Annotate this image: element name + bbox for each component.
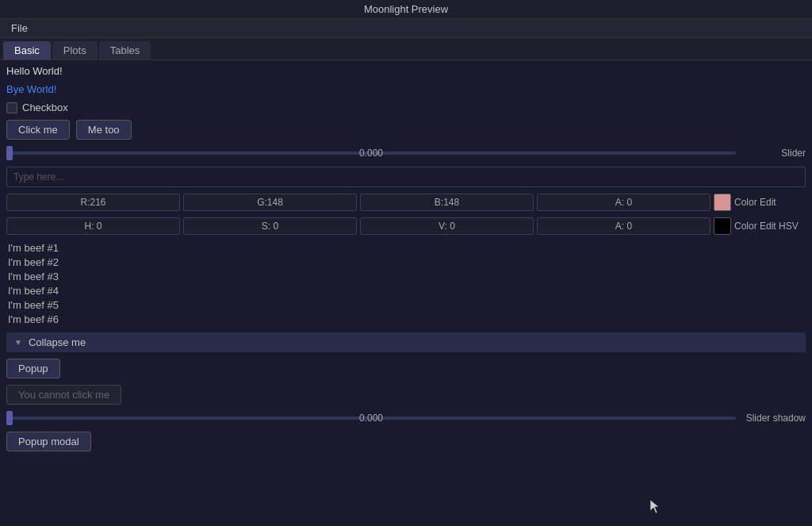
slider2-value: 0.000 <box>347 413 395 424</box>
beef-list: I'm beef #1 I'm beef #2 I'm beef #3 I'm … <box>6 241 806 326</box>
list-item: I'm beef #1 <box>6 241 806 255</box>
color-v-field[interactable]: V: 0 <box>360 217 534 235</box>
menu-file[interactable]: File <box>6 21 33 36</box>
popup-button[interactable]: Popup <box>6 359 60 378</box>
hello-world-text: Hello World! <box>6 65 806 77</box>
tab-tables[interactable]: Tables <box>99 41 151 60</box>
tab-plots[interactable]: Plots <box>52 41 98 60</box>
bye-world-text[interactable]: Bye World! <box>6 83 806 95</box>
color-edit-hsv-row: H: 0 S: 0 V: 0 A: 0 Color Edit HSV <box>6 217 806 235</box>
click-me-button[interactable]: Click me <box>6 120 70 140</box>
list-item: I'm beef #5 <box>6 298 806 312</box>
slider2-thumb[interactable] <box>6 411 13 425</box>
menu-bar: File <box>0 19 812 38</box>
list-item: I'm beef #4 <box>6 284 806 298</box>
slider1-value: 0.000 <box>347 148 395 159</box>
color-a-field[interactable]: A: 0 <box>537 194 710 211</box>
color-edit-hsv-swatch[interactable] <box>714 217 731 235</box>
collapse-arrow-icon: ▼ <box>14 338 22 347</box>
slider1-label: Slider <box>742 148 806 159</box>
text-input-field[interactable] <box>6 167 806 187</box>
list-item: I'm beef #6 <box>6 313 806 326</box>
color-b-field[interactable]: B:148 <box>360 194 534 211</box>
popup-modal-row: Popup modal <box>6 432 806 451</box>
app-title: Moonlight Preview <box>364 3 448 15</box>
checkbox-input[interactable] <box>6 102 17 113</box>
color-s-field[interactable]: S: 0 <box>183 217 357 235</box>
collapse-label: Collapse me <box>29 336 86 348</box>
color-edit-hsv-label: Color Edit HSV <box>734 221 806 232</box>
slider1-thumb[interactable] <box>6 146 13 160</box>
button-row: Click me Me too <box>6 120 806 140</box>
checkbox-label: Checkbox <box>22 102 68 113</box>
tab-basic[interactable]: Basic <box>3 41 51 60</box>
disabled-button: You cannot click me <box>6 385 121 405</box>
checkbox-row: Checkbox <box>6 102 806 113</box>
slider2-container[interactable]: 0.000 <box>6 411 736 425</box>
collapse-header[interactable]: ▼ Collapse me <box>6 332 806 352</box>
list-item: I'm beef #3 <box>6 270 806 283</box>
color-h-field[interactable]: H: 0 <box>6 217 180 235</box>
cursor-icon <box>650 500 660 514</box>
popup-modal-button[interactable]: Popup modal <box>6 432 91 451</box>
title-bar: Moonlight Preview <box>0 0 812 19</box>
tab-bar: Basic Plots Tables <box>0 38 812 60</box>
color-r-field[interactable]: R:216 <box>6 194 180 211</box>
me-too-button[interactable]: Me too <box>76 120 132 140</box>
list-item: I'm beef #2 <box>6 255 806 269</box>
color-edit-swatch[interactable] <box>714 194 731 211</box>
slider1-row: 0.000 Slider <box>6 146 806 160</box>
text-input-row <box>6 167 806 187</box>
slider2-row: 0.000 Slider shadow <box>6 411 806 425</box>
content-area: Hello World! Bye World! Checkbox Click m… <box>0 60 812 458</box>
disabled-button-row: You cannot click me <box>6 385 806 405</box>
color-edit-rgb-row: R:216 G:148 B:148 A: 0 Color Edit <box>6 194 806 211</box>
color-edit-label: Color Edit <box>734 197 806 208</box>
color-a2-field[interactable]: A: 0 <box>537 217 710 235</box>
svg-marker-0 <box>650 500 659 513</box>
color-g-field[interactable]: G:148 <box>183 194 357 211</box>
slider2-label: Slider shadow <box>742 413 806 424</box>
popup-row: Popup <box>6 359 806 378</box>
slider1-container[interactable]: 0.000 <box>6 146 736 160</box>
